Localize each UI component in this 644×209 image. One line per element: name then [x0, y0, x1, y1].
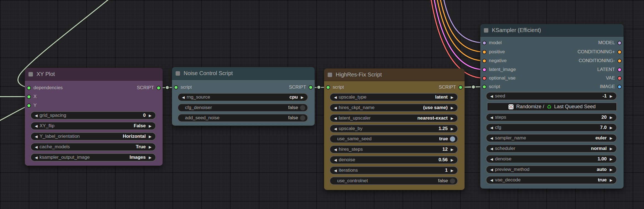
collapse-box-icon[interactable] — [484, 28, 488, 33]
decrement-arrow-icon[interactable]: ◀ — [34, 155, 39, 160]
decrement-arrow-icon[interactable]: ◀ — [489, 157, 494, 161]
widget-hires_steps[interactable]: ◀ hires_steps 12 ▶ — [330, 145, 458, 154]
collapse-box-icon[interactable] — [176, 71, 180, 76]
decrement-arrow-icon[interactable]: ◀ — [333, 147, 338, 152]
decrement-arrow-icon[interactable]: ◀ — [34, 134, 39, 139]
widget-upscale_type[interactable]: ◀ upscale_type latent ▶ — [330, 93, 458, 101]
input-port-x[interactable] — [27, 95, 31, 99]
widget-sampler_name[interactable]: ◀ sampler_name euler ▶ — [486, 134, 617, 142]
increment-arrow-icon[interactable]: ▶ — [609, 178, 614, 182]
widget-vae_decode[interactable]: ◀ vae_decode true ▶ — [486, 176, 617, 184]
increment-arrow-icon[interactable]: ▶ — [450, 168, 455, 173]
node-header[interactable]: KSampler (Efficient) — [480, 24, 624, 37]
decrement-arrow-icon[interactable]: ◀ — [333, 158, 338, 162]
widget-denoise[interactable]: ◀ denoise 0.56 ▶ — [330, 156, 458, 164]
increment-arrow-icon[interactable]: ▶ — [148, 124, 153, 128]
increment-arrow-icon[interactable]: ▶ — [450, 95, 455, 99]
decrement-arrow-icon[interactable]: ◀ — [34, 113, 39, 118]
decrement-arrow-icon[interactable]: ◀ — [489, 115, 494, 120]
widget-y_label_orientation[interactable]: ◀ Y_label_orientation Horizontal ▶ — [30, 132, 156, 141]
increment-arrow-icon[interactable]: ▶ — [148, 155, 153, 160]
decrement-arrow-icon[interactable]: ◀ — [333, 127, 338, 131]
input-port-model[interactable] — [482, 41, 486, 45]
increment-arrow-icon[interactable]: ▶ — [450, 158, 455, 162]
increment-arrow-icon[interactable]: ▶ — [609, 168, 614, 172]
decrement-arrow-icon[interactable]: ◀ — [333, 106, 338, 110]
widget-cache_models[interactable]: ◀ cache_models True ▶ — [30, 143, 156, 151]
decrement-arrow-icon[interactable]: ◀ — [333, 168, 338, 173]
node-highres-fix-script[interactable]: HighRes-Fix Script script SCRIPT ◀ upsca… — [324, 68, 465, 190]
widget-seed[interactable]: ◀ seed -1 ▶ — [486, 92, 617, 100]
increment-arrow-icon[interactable]: ▶ — [148, 145, 153, 149]
increment-arrow-icon[interactable]: ▶ — [609, 147, 614, 151]
widget-use_same_seed[interactable]: use_same_seed true — [330, 135, 458, 143]
input-port-negative[interactable] — [482, 59, 486, 63]
decrement-arrow-icon[interactable]: ◀ — [489, 168, 494, 172]
output-port-script[interactable] — [309, 85, 313, 89]
output-port-image[interactable] — [617, 85, 622, 89]
input-port-script[interactable] — [174, 85, 178, 89]
decrement-arrow-icon[interactable]: ◀ — [489, 126, 494, 130]
decrement-arrow-icon[interactable]: ◀ — [181, 95, 186, 99]
input-port-dependencies[interactable] — [27, 86, 31, 90]
node-graph-canvas[interactable]: XY Plot dependencies SCRIPT X Y ◀ grid_s… — [0, 0, 644, 209]
node-header[interactable]: HighRes-Fix Script — [324, 68, 465, 81]
widget-add_seed_noise[interactable]: add_seed_noise false — [178, 114, 308, 122]
decrement-arrow-icon[interactable]: ◀ — [333, 95, 338, 99]
output-port-conditioning-plus[interactable] — [617, 50, 622, 54]
output-port-conditioning-minus[interactable] — [617, 59, 622, 63]
link-dot[interactable] — [165, 86, 169, 89]
widget-denoise[interactable]: ◀ denoise 1.00 ▶ — [486, 155, 617, 163]
widget-cfg_denoiser[interactable]: cfg_denoiser false — [178, 104, 308, 112]
widget-use_controlnet[interactable]: use_controlnet false — [330, 177, 458, 185]
increment-arrow-icon[interactable]: ▶ — [450, 127, 455, 131]
widget-hires_ckpt_name[interactable]: ◀ hires_ckpt_name (use same) ▶ — [330, 104, 458, 112]
decrement-arrow-icon[interactable]: ◀ — [333, 116, 338, 120]
widget-xy_flip[interactable]: ◀ XY_flip False ▶ — [30, 122, 156, 130]
toggle-circle[interactable] — [450, 136, 455, 142]
node-ksampler-efficient[interactable]: KSampler (Efficient) model MODEL positiv… — [480, 24, 624, 189]
input-port-latent-image[interactable] — [482, 68, 486, 72]
decrement-arrow-icon[interactable]: ◀ — [489, 178, 494, 182]
increment-arrow-icon[interactable]: ▶ — [609, 126, 614, 130]
toggle-circle[interactable] — [300, 115, 305, 121]
randomize-last-seed-button[interactable]: Randomize / ♻ Last Queued Seed — [487, 102, 617, 111]
widget-grid_spacing[interactable]: ◀ grid_spacing 0 ▶ — [30, 111, 156, 120]
node-header[interactable]: XY Plot — [25, 68, 163, 81]
increment-arrow-icon[interactable]: ▶ — [609, 115, 614, 120]
widget-cfg[interactable]: ◀ cfg 7.0 ▶ — [486, 123, 617, 132]
link-dot[interactable] — [317, 85, 321, 89]
node-noise-control-script[interactable]: Noise Control Script script SCRIPT ◀ rng… — [172, 67, 315, 126]
increment-arrow-icon[interactable]: ▶ — [300, 95, 305, 99]
widget-preview_method[interactable]: ◀ preview_method auto ▶ — [486, 165, 617, 174]
input-port-positive[interactable] — [482, 50, 486, 54]
widget-iterations[interactable]: ◀ iterations 1 ▶ — [330, 166, 458, 174]
input-port-script[interactable] — [326, 85, 330, 89]
link-dot[interactable] — [471, 85, 475, 89]
increment-arrow-icon[interactable]: ▶ — [609, 94, 614, 98]
output-port-vae[interactable] — [617, 76, 622, 80]
input-port-optional-vae[interactable] — [482, 76, 486, 80]
collapse-box-icon[interactable] — [328, 73, 332, 77]
output-port-script[interactable] — [458, 85, 463, 89]
increment-arrow-icon[interactable]: ▶ — [450, 116, 455, 120]
decrement-arrow-icon[interactable]: ◀ — [489, 136, 494, 140]
output-port-latent[interactable] — [617, 68, 622, 72]
widget-upscale_by[interactable]: ◀ upscale_by 1.25 ▶ — [330, 125, 458, 133]
decrement-arrow-icon[interactable]: ◀ — [34, 124, 39, 128]
decrement-arrow-icon[interactable]: ◀ — [489, 147, 494, 151]
output-port-script[interactable] — [157, 86, 161, 90]
increment-arrow-icon[interactable]: ▶ — [609, 157, 614, 161]
increment-arrow-icon[interactable]: ▶ — [450, 106, 455, 110]
increment-arrow-icon[interactable]: ▶ — [609, 136, 614, 140]
output-port-model[interactable] — [617, 41, 622, 45]
collapse-box-icon[interactable] — [28, 72, 33, 76]
node-header[interactable]: Noise Control Script — [172, 67, 315, 80]
node-xy-plot[interactable]: XY Plot dependencies SCRIPT X Y ◀ grid_s… — [25, 68, 163, 166]
increment-arrow-icon[interactable]: ▶ — [148, 113, 153, 118]
widget-latent_upscaler[interactable]: ◀ latent_upscaler nearest-exact ▶ — [330, 114, 458, 122]
decrement-arrow-icon[interactable]: ◀ — [489, 94, 494, 98]
widget-ksampler_output_image[interactable]: ◀ ksampler_output_image Images ▶ — [30, 153, 156, 162]
toggle-circle[interactable] — [300, 105, 305, 110]
increment-arrow-icon[interactable]: ▶ — [450, 147, 455, 152]
